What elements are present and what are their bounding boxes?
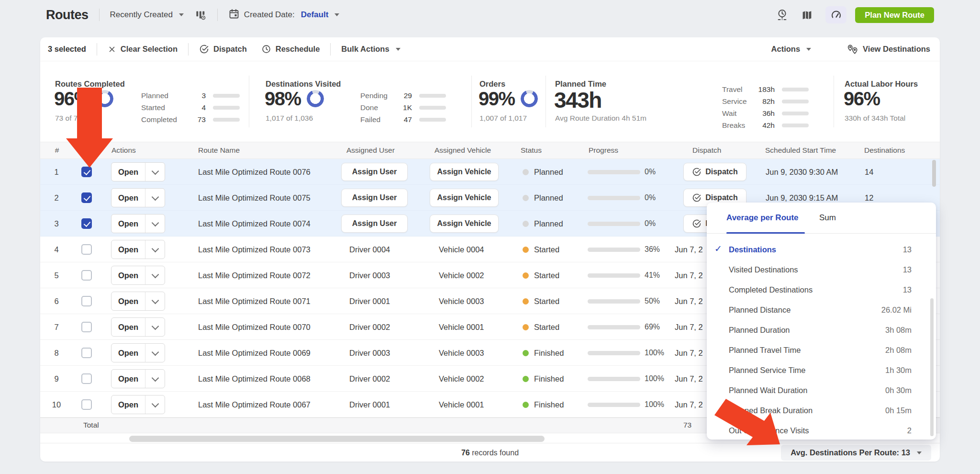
clear-selection-button[interactable]: Clear Selection <box>108 45 178 54</box>
bulk-actions-dropdown[interactable]: Bulk Actions <box>341 45 400 54</box>
tab-sum[interactable]: Sum <box>819 213 836 223</box>
open-button-caret[interactable] <box>145 189 165 207</box>
tab-average-per-route[interactable]: Average per Route <box>726 213 799 223</box>
row-checkbox[interactable] <box>81 270 92 281</box>
route-name: Last Mile Optimized Route 0068 <box>198 366 311 392</box>
donut-ring <box>307 90 324 107</box>
metric-label: Out of Sequence Visits <box>729 426 907 435</box>
columns-settings-icon[interactable] <box>194 9 207 21</box>
created-date-filter[interactable]: Created Date: Default <box>228 8 339 22</box>
open-button-label[interactable]: Open <box>111 292 145 310</box>
check-icon: ✓ <box>714 243 722 254</box>
metric-option[interactable]: Planned Wait Duration 0h 30m <box>707 380 936 400</box>
legend-row: Wait 36h <box>722 109 809 117</box>
dashboard-toggle-button[interactable] <box>825 6 846 23</box>
open-split-button[interactable]: Open <box>111 343 165 362</box>
metric-option[interactable]: Planned Duration 3h 08m <box>707 320 936 340</box>
progress-bar <box>588 299 640 304</box>
open-button-label[interactable]: Open <box>111 214 145 233</box>
open-button-label[interactable]: Open <box>111 189 145 207</box>
status-dot <box>523 169 529 175</box>
open-button-label[interactable]: Open <box>111 395 145 414</box>
assign-user-button[interactable]: Assign User <box>341 189 408 207</box>
assigned-vehicle: Vehicle 0001 <box>439 314 484 340</box>
map-icon[interactable] <box>801 9 813 21</box>
legend-row: Breaks 42h <box>722 121 809 129</box>
avg-destinations-dropdown[interactable]: Avg. Destinations Per Route: 13 <box>781 445 931 461</box>
assign-vehicle-button[interactable]: Assign Vehicle <box>430 214 499 233</box>
open-button-caret[interactable] <box>145 266 165 284</box>
sort-dropdown[interactable]: Recently Created <box>110 10 184 20</box>
open-split-button[interactable]: Open <box>111 369 165 388</box>
open-button-caret[interactable] <box>145 163 165 181</box>
open-button-caret[interactable] <box>145 240 165 259</box>
progress-bar <box>588 248 640 252</box>
dispatch-date: Jun 7, 2 <box>675 237 703 262</box>
assign-vehicle-button[interactable]: Assign Vehicle <box>430 163 499 181</box>
reschedule-button[interactable]: Reschedule <box>261 44 320 54</box>
open-button-label[interactable]: Open <box>111 163 145 181</box>
created-date-value: Default <box>301 10 329 20</box>
open-button-caret[interactable] <box>145 344 165 362</box>
row-checkbox[interactable] <box>81 348 92 358</box>
plan-new-route-button[interactable]: Plan New Route <box>855 7 934 23</box>
row-checkbox[interactable] <box>81 322 92 332</box>
row-checkbox[interactable] <box>81 373 92 384</box>
dispatch-date: Jun 7, 2 <box>675 288 703 314</box>
open-split-button[interactable]: Open <box>111 317 165 337</box>
chevron-down-icon <box>334 13 339 16</box>
assign-vehicle-button[interactable]: Assign Vehicle <box>430 189 499 207</box>
row-checkbox[interactable] <box>81 218 92 229</box>
open-button-label[interactable]: Open <box>111 344 145 362</box>
dispatch-route-button[interactable]: Dispatch <box>683 163 746 181</box>
open-button-label[interactable]: Open <box>111 240 145 259</box>
open-split-button[interactable]: Open <box>111 240 165 259</box>
metric-option[interactable]: Planned Distance 26.02 Mi <box>707 300 936 320</box>
metric-value: 3h 08m <box>885 326 912 335</box>
assign-user-button[interactable]: Assign User <box>341 214 408 233</box>
vertical-scrollbar[interactable] <box>932 160 936 187</box>
metric-option[interactable]: Planned Travel Time 2h 08m <box>707 340 936 360</box>
chevron-down-icon <box>151 374 159 382</box>
open-button-caret[interactable] <box>145 292 165 310</box>
open-split-button[interactable]: Open <box>111 162 165 181</box>
open-button-caret[interactable] <box>145 395 165 414</box>
status-dot <box>523 195 529 201</box>
open-button-caret[interactable] <box>145 214 165 233</box>
row-checkbox[interactable] <box>81 399 92 410</box>
metric-option[interactable]: Planned Break Duration 0h 15m <box>707 400 936 420</box>
panel-scrollbar[interactable] <box>930 298 934 436</box>
dispatch-button[interactable]: Dispatch <box>199 44 247 54</box>
open-button-label[interactable]: Open <box>111 318 145 336</box>
open-split-button[interactable]: Open <box>111 395 165 414</box>
status-dot <box>523 247 529 253</box>
row-checkbox[interactable] <box>81 167 92 177</box>
calendar-icon <box>228 8 240 22</box>
status-dot <box>523 402 529 408</box>
horizontal-scrollbar[interactable] <box>129 436 545 442</box>
open-button-label[interactable]: Open <box>111 266 145 284</box>
open-button-caret[interactable] <box>145 370 165 388</box>
metric-option[interactable]: ✓ Destinations 13 <box>707 239 936 260</box>
metric-value: 0h 15m <box>885 406 912 415</box>
open-split-button[interactable]: Open <box>111 292 165 311</box>
assign-user-button[interactable]: Assign User <box>341 163 408 181</box>
row-checkbox[interactable] <box>81 192 92 203</box>
actions-dropdown[interactable]: Actions <box>771 45 812 54</box>
row-checkbox[interactable] <box>81 244 92 255</box>
row-checkbox[interactable] <box>81 296 92 306</box>
view-destinations-button[interactable]: View Destinations <box>846 44 930 55</box>
route-monitor-icon[interactable] <box>776 9 789 22</box>
metric-option[interactable]: Visited Destinations 13 <box>707 260 936 280</box>
chevron-down-icon <box>151 271 159 278</box>
open-split-button[interactable]: Open <box>111 188 165 207</box>
progress-bar <box>588 377 640 381</box>
metric-option[interactable]: Planned Service Time 1h 30m <box>707 360 936 380</box>
open-button-label[interactable]: Open <box>111 370 145 388</box>
metric-option[interactable]: Completed Destinations 13 <box>707 280 936 300</box>
open-button-caret[interactable] <box>145 318 165 336</box>
metric-option[interactable]: Out of Sequence Visits 2 <box>707 420 936 440</box>
stat-routes-completed: Routes Completed 96% 73 of 76 Planned 3 … <box>40 61 249 142</box>
open-split-button[interactable]: Open <box>111 214 165 233</box>
open-split-button[interactable]: Open <box>111 266 165 285</box>
